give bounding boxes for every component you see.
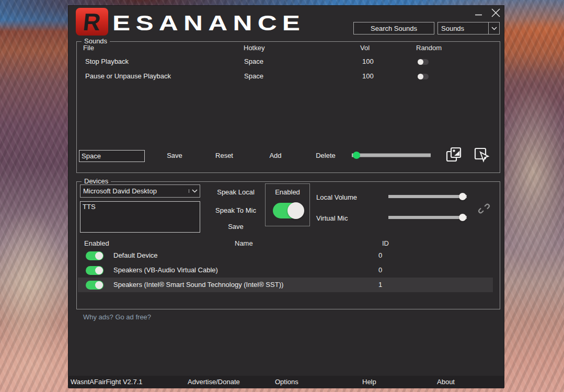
toggle-knob: [95, 281, 103, 289]
device-name: Speakers (Intel® Smart Sound Technology …: [113, 278, 283, 292]
copy-image-icon: [445, 146, 463, 164]
tts-enabled-toggle[interactable]: [273, 203, 303, 218]
broken-link-icon: [476, 201, 492, 216]
close-button[interactable]: [488, 7, 503, 18]
sounds-col-hotkey: Hotkey: [244, 44, 264, 52]
sound-hotkey: Space: [244, 54, 263, 69]
sounds-col-random: Random: [416, 44, 442, 52]
toggle-knob: [95, 252, 103, 260]
sounds-col-file: File: [83, 44, 94, 52]
help-link[interactable]: Help: [362, 378, 376, 386]
logo-r-glyph: R: [82, 10, 102, 34]
minimize-icon: [475, 14, 482, 16]
virtual-mic-slider[interactable]: [388, 213, 467, 222]
chevron-down-icon: [488, 22, 499, 34]
sound-file: Stop Playback: [85, 54, 129, 69]
sound-row[interactable]: Pause or Unpause Playback Space 100: [79, 69, 492, 84]
slider-knob[interactable]: [459, 214, 466, 221]
devices-group-title: Devices: [82, 177, 111, 185]
slider-track[interactable]: [388, 195, 467, 198]
device-id: 1: [378, 278, 382, 292]
devices-col-enabled: Enabled: [84, 239, 109, 247]
local-volume-label: Local Volume: [316, 193, 357, 201]
devices-col-name: Name: [235, 239, 253, 247]
reset-button[interactable]: Reset: [209, 151, 240, 160]
enabled-label: Enabled: [266, 188, 309, 196]
device-row[interactable]: Speakers (Intel® Smart Sound Technology …: [78, 278, 493, 292]
about-link[interactable]: About: [437, 378, 455, 386]
chevron-down-icon: [189, 189, 200, 193]
footer-bar: WasntAFairFight V2.7.1 Advertise/Donate …: [68, 376, 504, 388]
toggle-knob: [95, 267, 103, 274]
sounds-col-vol: Vol: [360, 44, 370, 52]
minimize-button[interactable]: [471, 9, 486, 20]
random-toggle[interactable]: [418, 74, 429, 79]
toggle-knob: [287, 202, 304, 219]
sound-vol: 100: [362, 69, 374, 84]
sound-volume-slider[interactable]: [352, 151, 431, 159]
device-row[interactable]: Default Device 0: [78, 248, 493, 263]
go-ad-free-link[interactable]: Why ads? Go ad free?: [83, 313, 151, 321]
toggle-knob: [418, 74, 423, 79]
random-toggle[interactable]: [418, 59, 429, 65]
device-row[interactable]: Speakers (VB-Audio Virtual Cable) 0: [78, 263, 493, 278]
add-button[interactable]: Add: [260, 151, 291, 160]
enabled-panel: Enabled: [265, 183, 310, 226]
toggle-knob: [418, 59, 423, 65]
app-brand-text: ESANANCE: [112, 11, 305, 34]
slider-track[interactable]: [388, 216, 467, 219]
app-window: R ESANANCE Search Sounds Sounds Sounds F…: [68, 5, 504, 388]
sound-hotkey: Space: [244, 69, 263, 84]
device-id: 0: [378, 263, 382, 278]
slider-track[interactable]: [352, 154, 431, 157]
slider-knob[interactable]: [459, 193, 466, 200]
local-volume-slider[interactable]: [388, 192, 467, 201]
cursor-select-icon: [474, 147, 490, 165]
sound-vol: 100: [362, 54, 374, 69]
device-enabled-toggle[interactable]: [86, 251, 103, 260]
tts-voice-value: Microsoft David Desktop: [80, 187, 189, 195]
copy-sound-button[interactable]: [445, 146, 463, 164]
search-sounds-label: Search Sounds: [371, 25, 417, 32]
app-version: WasntAFairFight V2.7.1: [71, 378, 143, 386]
device-name: Default Device: [113, 248, 158, 263]
close-icon: [491, 8, 500, 17]
virtual-mic-label: Virtual Mic: [316, 214, 348, 222]
device-name: Speakers (VB-Audio Virtual Cable): [113, 263, 218, 278]
search-sounds-button[interactable]: Search Sounds: [353, 22, 434, 34]
save-button[interactable]: Save: [159, 151, 190, 160]
hotkey-input[interactable]: [79, 150, 145, 162]
sound-category-dropdown[interactable]: Sounds: [438, 22, 500, 34]
link-volumes-button[interactable]: [476, 201, 492, 216]
slider-knob[interactable]: [353, 152, 360, 159]
options-link[interactable]: Options: [275, 378, 298, 386]
sound-file: Pause or Unpause Playback: [85, 69, 171, 84]
device-enabled-toggle[interactable]: [86, 281, 103, 290]
delete-button[interactable]: Delete: [310, 151, 341, 160]
devices-col-id: ID: [382, 239, 389, 247]
speak-local-button[interactable]: Speak Local: [207, 188, 264, 197]
tts-voice-dropdown[interactable]: Microsoft David Desktop: [80, 185, 200, 198]
advertise-donate-link[interactable]: Advertise/Donate: [188, 378, 240, 386]
device-enabled-toggle[interactable]: [86, 266, 103, 275]
sound-row[interactable]: Stop Playback Space 100: [79, 54, 492, 69]
tts-text-input[interactable]: TTS: [80, 201, 200, 233]
app-logo-badge: R: [76, 8, 108, 36]
speak-to-mic-button[interactable]: Speak To Mic: [207, 206, 264, 215]
device-id: 0: [378, 248, 382, 263]
select-sound-button[interactable]: [474, 147, 490, 165]
sound-category-value: Sounds: [438, 25, 488, 32]
tts-save-button[interactable]: Save: [207, 222, 264, 232]
